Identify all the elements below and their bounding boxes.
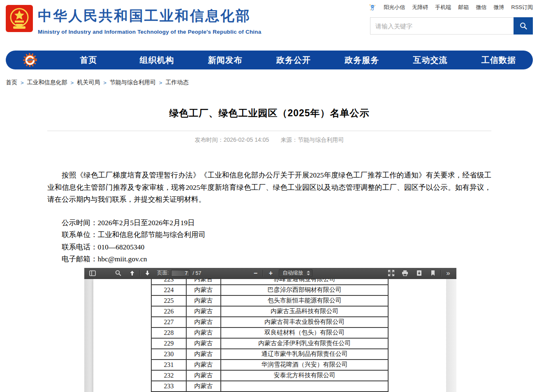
article-body: 按照《绿色工厂梯度培育及管理暂行办法》《工业和信息化部办公厅关于开展2025年度… [47,169,491,206]
breadcrumb-item-4[interactable]: 工作动态 [165,79,188,86]
table-row: 230内蒙古通辽市蒙牛乳制品有限责任公司 [151,349,388,360]
table-cell-company: 安泰北方科技有限公司 [221,370,388,381]
nav-item-5[interactable]: 互动交流 [396,51,464,69]
table-cell-no: 233 [151,381,186,392]
page-container: 中华人民共和国工业和信息化部 Ministry of Industry and … [6,0,533,392]
table-cell-no: 225 [151,295,186,306]
fullscreen-icon [388,270,394,276]
top-link-2[interactable]: 手机端 [435,4,451,11]
search-button[interactable] [514,17,533,35]
download-icon [416,270,422,276]
breadcrumb: 首页>工业和信息化部>机关司局>节能与综合利用司>工作动态 [6,79,533,86]
page-total: / 57 [192,270,201,276]
article: 绿色工厂、绿色工业园区（2025年）名单公示 发布时间：2026-02-05 1… [47,107,491,392]
top-link-3[interactable]: 邮箱 [458,4,469,11]
page-label: 页面: [157,270,169,277]
breadcrumb-separator: > [103,80,106,86]
next-page-button[interactable] [142,269,152,278]
green-factory-table: 223内蒙古赤峰金通铜业有限公司224内蒙古巴彦淖尔西部铜材有限公司225内蒙古… [151,279,389,392]
search-input[interactable] [370,18,514,34]
pdf-page: 223内蒙古赤峰金通铜业有限公司224内蒙古巴彦淖尔西部铜材有限公司225内蒙古… [93,279,446,392]
site-titles: 中华人民共和国工业和信息化部 Ministry of Industry and … [38,7,261,35]
sidebar-toggle-icon [89,270,96,276]
table-row: 227内蒙古内蒙古荷丰农业股份有限公司 [151,317,388,327]
top-links: 阳光小信无障碍手机端邮箱微信微博RSS订阅 [368,3,533,12]
zoom-out-button[interactable]: − [250,269,260,278]
table-cell-province: 内蒙古 [186,381,221,392]
table-cell-no: 223 [151,279,186,285]
source-value: 节能与综合利用司 [298,136,344,143]
bookmark-icon [430,270,435,276]
top-link-0[interactable]: 阳光小信 [384,4,405,11]
source-label: 来源： [280,136,298,143]
nav-item-6[interactable]: 工信数据 [465,51,533,69]
table-cell-no: 226 [151,306,186,317]
pdf-scroll-area[interactable]: 223内蒙古赤峰金通铜业有限公司224内蒙古巴彦淖尔西部铜材有限公司225内蒙古… [84,279,456,392]
contact-line-3: 电子邮箱：hbc@miit.gov.cn [47,253,491,265]
breadcrumb-item-1[interactable]: 工业和信息化部 [27,79,67,86]
presentation-mode-button[interactable] [386,269,396,278]
national-emblem-icon [6,5,33,32]
bookmark-button[interactable] [428,269,438,278]
zoom-mode-select[interactable]: 自动缩放 [279,269,312,277]
more-tools-button[interactable]: » [443,269,453,278]
nav-item-0[interactable]: 首页 [54,51,123,69]
nav-item-3[interactable]: 政务公开 [259,51,328,69]
table-cell-company: 内蒙古玉晶科技有限公司 [221,306,388,317]
top-link-6[interactable]: RSS订阅 [511,4,533,11]
table-cell-province: 内蒙古 [186,306,221,317]
table-row: 225内蒙古包头市新恒丰能源有限公司 [151,295,388,306]
top-link-4[interactable]: 微信 [476,4,486,11]
breadcrumb-item-0[interactable]: 首页 [6,79,17,86]
search-icon [519,22,528,30]
article-paragraph: 按照《绿色工厂梯度培育及管理暂行办法》《工业和信息化部办公厅关于开展2025年度… [47,169,491,206]
page-number-input[interactable] [171,270,190,277]
top-link-5[interactable]: 微博 [493,4,504,11]
table-cell-company: 包头市新恒丰能源有限公司 [221,295,388,306]
nav-item-2[interactable]: 新闻发布 [191,51,259,69]
table-cell-company: 通辽市蒙牛乳制品有限责任公司 [221,349,388,360]
article-meta: 发布时间：2026-02-05 14:05来源：节能与综合利用司 [47,136,491,144]
table-row: 233内蒙古 [151,381,388,392]
table-cell-province: 内蒙古 [186,285,221,295]
table-cell-no: 229 [151,338,186,349]
table-cell-company: 内蒙古金泽伊利乳业有限责任公司 [221,338,388,349]
table-cell-province: 内蒙古 [186,370,221,381]
table-cell-province: 内蒙古 [186,295,221,306]
site-title-en: Ministry of Industry and Information Tec… [38,29,261,35]
breadcrumb-item-2[interactable]: 机关司局 [77,79,100,86]
table-cell-province: 内蒙古 [186,317,221,327]
nav-item-1[interactable]: 组织机构 [123,51,191,69]
contact-info: 公示时间：2026年2月5日至2026年2月19日联系单位：工业和信息化部节能与… [47,217,491,265]
publish-time-label: 发布时间： [195,136,224,143]
page-up-icon [129,270,135,276]
table-cell-company: 华润雪花啤酒（兴安）有限公司 [221,360,388,370]
breadcrumb-separator: > [21,80,24,86]
select-arrows-icon [307,271,310,275]
table-cell-company: 巴彦淖尔西部铜材有限公司 [221,285,388,295]
top-link-1[interactable]: 无障碍 [412,4,428,11]
find-button[interactable] [113,269,123,278]
table-cell-no: 228 [151,327,186,338]
table-row: 229内蒙古内蒙古金泽伊利乳业有限责任公司 [151,338,388,349]
download-button[interactable] [414,269,424,278]
table-row: 232内蒙古安泰北方科技有限公司 [151,370,388,381]
print-button[interactable] [400,269,410,278]
table-row: 231内蒙古华润雪花啤酒（兴安）有限公司 [151,360,388,370]
publish-time-value: 2026-02-05 14:05 [224,136,269,143]
nav-item-4[interactable]: 政务服务 [328,51,396,69]
table-cell-province: 内蒙古 [186,360,221,370]
nav-items: 首页组织机构新闻发布政务公开政务服务互动交流工信数据 [54,51,533,69]
zoom-mode-value: 自动缩放 [282,270,303,277]
miit-gear-logo-icon [6,53,54,67]
site-title-zh: 中华人民共和国工业和信息化部 [38,7,261,25]
contact-line-1: 联系单位：工业和信息化部节能与综合利用司 [47,229,491,241]
table-cell-province: 内蒙古 [186,327,221,338]
breadcrumb-item-3[interactable]: 节能与综合利用司 [110,79,156,86]
sidebar-toggle-button[interactable] [88,269,97,278]
zoom-in-button[interactable]: + [266,269,275,278]
article-title: 绿色工厂、绿色工业园区（2025年）名单公示 [47,107,491,120]
table-cell-company [221,381,388,392]
table-cell-company: 赤峰金通铜业有限公司 [221,279,388,285]
previous-page-button[interactable] [127,269,137,278]
